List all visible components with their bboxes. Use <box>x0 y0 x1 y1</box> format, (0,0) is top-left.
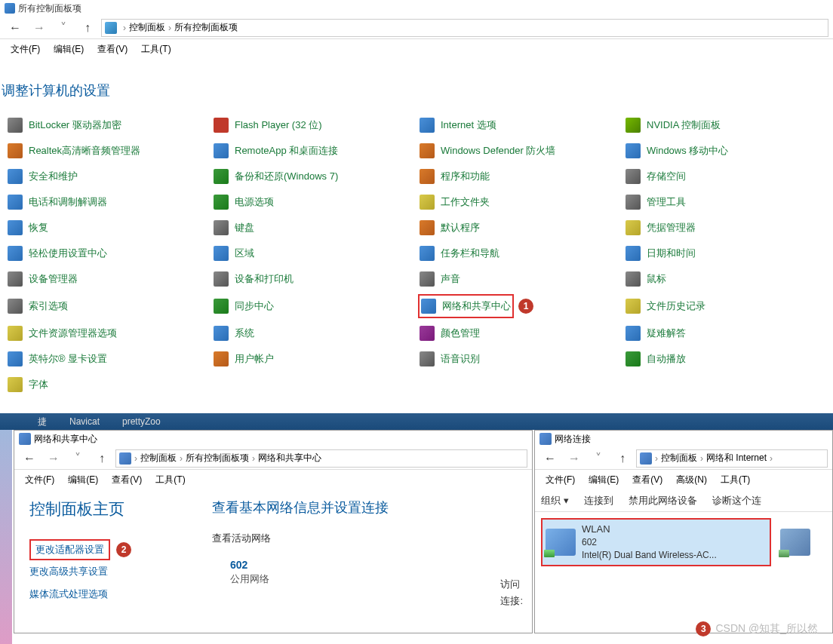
control-panel-item[interactable]: 颜色管理 <box>418 323 481 344</box>
breadcrumb-1[interactable]: 所有控制面板项 <box>186 452 249 465</box>
control-panel-item[interactable]: 鼠标 <box>624 268 668 290</box>
disable-device-button[interactable]: 禁用此网络设备 <box>629 494 697 508</box>
control-panel-item[interactable]: 设备管理器 <box>6 268 79 290</box>
control-panel-item[interactable]: 索引选项 <box>6 296 69 317</box>
breadcrumb-0[interactable]: 控制面板 <box>140 452 177 465</box>
control-panel-item[interactable]: 文件资源管理器选项 <box>6 323 118 344</box>
control-panel-item[interactable]: RemoteApp 和桌面连接 <box>212 140 340 161</box>
control-panel-item[interactable]: Internet 选项 <box>418 115 498 136</box>
up-button[interactable]: ↑ <box>77 19 98 37</box>
menu-item[interactable]: 查看(V) <box>626 472 669 488</box>
menu-item[interactable]: 工具(T) <box>715 472 756 488</box>
organize-button[interactable]: 组织 ▾ <box>541 494 569 508</box>
address-bar[interactable]: › 控制面板 › 网络和 Internet › <box>636 449 828 468</box>
menu-item[interactable]: 文件(F) <box>5 41 46 57</box>
network-icon <box>19 433 31 445</box>
control-panel-item[interactable]: 用户帐户 <box>212 348 275 370</box>
menu-item[interactable]: 编辑(E) <box>48 41 90 57</box>
up-button[interactable]: ↑ <box>91 449 112 468</box>
up-button[interactable]: ↑ <box>612 449 633 468</box>
item-icon <box>8 377 23 392</box>
control-panel-item[interactable]: 任务栏和导航 <box>418 243 501 264</box>
menu-item[interactable]: 工具(T) <box>149 472 191 488</box>
menu-item[interactable]: 查看(V) <box>91 41 134 57</box>
menu-item[interactable]: 编辑(E) <box>582 472 625 488</box>
back-button[interactable]: ← <box>539 449 561 468</box>
item-icon <box>8 299 23 314</box>
taskbar-item[interactable]: prettyZoo <box>122 416 161 427</box>
connect-to-button[interactable]: 连接到 <box>584 494 613 508</box>
control-panel-item[interactable]: 自动播放 <box>624 348 687 370</box>
menu-item[interactable]: 查看(V) <box>106 472 148 488</box>
back-button[interactable]: ← <box>19 449 40 468</box>
control-panel-item[interactable]: 语音识别 <box>418 348 481 370</box>
menu-bar: 文件(F)编辑(E)查看(V)工具(T) <box>14 470 532 489</box>
window-title: 网络连接 <box>555 433 591 446</box>
ethernet-icon <box>780 529 810 556</box>
control-panel-item[interactable]: 工作文件夹 <box>418 192 491 213</box>
menu-item[interactable]: 工具(T) <box>135 41 177 57</box>
control-panel-item[interactable]: 字体 <box>6 374 50 395</box>
breadcrumb-0[interactable]: 控制面板 <box>129 21 165 34</box>
control-panel-item[interactable]: 电源选项 <box>212 192 275 213</box>
connection-wlan[interactable]: WLAN 602 Intel(R) Dual Band Wireless-AC.… <box>541 518 771 566</box>
menu-item[interactable]: 文件(F) <box>539 472 581 488</box>
control-panel-item[interactable]: 管理工具 <box>624 192 687 213</box>
control-panel-item[interactable]: Realtek高清晰音频管理器 <box>6 140 142 161</box>
control-panel-item[interactable]: 区域 <box>212 243 256 264</box>
forward-button[interactable]: → <box>43 449 64 468</box>
address-bar[interactable]: › 控制面板 › 所有控制面板项 › 网络和共享中心 <box>115 449 527 468</box>
forward-button[interactable]: → <box>564 449 585 468</box>
section-label: 查看活动网络 <box>212 532 523 545</box>
breadcrumb-0[interactable]: 控制面板 <box>661 452 697 465</box>
control-panel-item[interactable]: NVIDIA 控制面板 <box>624 115 722 136</box>
control-panel-item[interactable]: 英特尔® 显卡设置 <box>6 348 109 370</box>
connection-ethernet[interactable] <box>777 518 813 566</box>
control-panel-item[interactable]: 同步中心 <box>212 296 275 317</box>
sidebar-heading[interactable]: 控制面板主页 <box>29 498 188 533</box>
control-panel-item[interactable]: 设备和打印机 <box>212 268 295 290</box>
control-panel-item[interactable]: 默认程序 <box>418 217 481 238</box>
sidebar-link[interactable]: 更改高级共享设置 <box>29 560 108 583</box>
sidebar-link[interactable]: 更改适配器设置 <box>29 539 110 560</box>
control-panel-item[interactable]: 文件历史记录 <box>624 296 707 317</box>
address-bar[interactable]: › 控制面板 › 所有控制面板项 <box>101 19 828 37</box>
control-panel-item[interactable]: Flash Player (32 位) <box>212 115 324 136</box>
diagnose-button[interactable]: 诊断这个连 <box>712 494 761 508</box>
item-icon <box>420 351 435 366</box>
back-button[interactable]: ← <box>5 19 26 37</box>
taskbar-item[interactable]: 捷 <box>38 416 47 428</box>
control-panel-item[interactable]: 电话和调制解调器 <box>6 192 109 213</box>
control-panel-item[interactable]: 疑难解答 <box>624 323 687 344</box>
sidebar-link[interactable]: 媒体流式处理选项 <box>29 583 108 606</box>
control-panel-item[interactable]: 安全和维护 <box>6 166 79 187</box>
taskbar-item[interactable]: Navicat <box>69 416 100 427</box>
control-panel-item[interactable]: 存储空间 <box>624 166 687 187</box>
forward-button[interactable]: → <box>29 19 50 37</box>
control-panel-item[interactable]: 键盘 <box>212 217 256 238</box>
menu-item[interactable]: 高级(N) <box>670 472 713 488</box>
control-panel-item[interactable]: 恢复 <box>6 217 50 238</box>
dropdown-history[interactable]: ˅ <box>53 19 74 37</box>
menu-item[interactable]: 编辑(E) <box>62 472 104 488</box>
breadcrumb-2[interactable]: 网络和共享中心 <box>258 452 321 465</box>
breadcrumb-1[interactable]: 网络和 Internet <box>706 452 767 465</box>
control-panel-item[interactable]: 程序和功能 <box>418 166 491 187</box>
control-panel-item[interactable]: 网络和共享中心 <box>418 294 514 318</box>
control-panel-item[interactable]: 系统 <box>212 323 256 344</box>
menu-item[interactable]: 文件(F) <box>19 472 60 488</box>
control-panel-item[interactable]: 备份和还原(Windows 7) <box>212 166 340 187</box>
control-panel-item[interactable]: 轻松使用设置中心 <box>6 243 109 264</box>
control-panel-item[interactable]: Windows 移动中心 <box>624 140 730 161</box>
connection-adapter: Intel(R) Dual Band Wireless-AC... <box>582 549 717 562</box>
control-panel-item[interactable]: 日期和时间 <box>624 243 697 264</box>
nav-bar: ← → ˅ ↑ › 控制面板 › 网络和 Internet › <box>535 447 832 470</box>
breadcrumb-1[interactable]: 所有控制面板项 <box>174 21 238 34</box>
control-panel-item[interactable]: 凭据管理器 <box>624 217 697 238</box>
control-panel-item[interactable]: BitLocker 驱动器加密 <box>6 115 123 136</box>
dropdown-history[interactable]: ˅ <box>67 449 88 468</box>
control-panel-item[interactable]: Windows Defender 防火墙 <box>418 140 557 161</box>
control-panel-item[interactable]: 声音 <box>418 268 462 290</box>
item-icon <box>214 246 229 261</box>
dropdown-history[interactable]: ˅ <box>588 449 609 468</box>
